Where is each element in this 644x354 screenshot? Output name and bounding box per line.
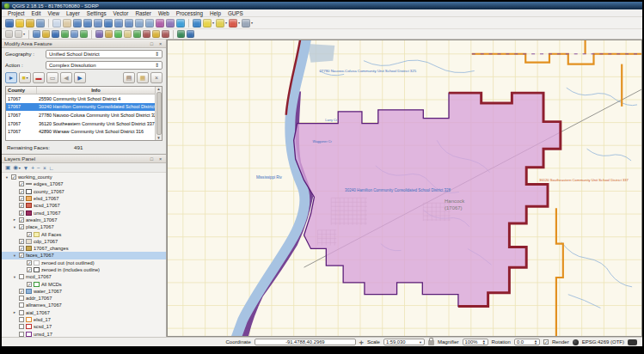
home-extent-icon[interactable] bbox=[124, 30, 132, 38]
column-info[interactable]: Info bbox=[37, 87, 155, 94]
layer-checkbox[interactable] bbox=[19, 317, 24, 322]
identify-icon[interactable] bbox=[193, 19, 201, 27]
export-icon[interactable] bbox=[152, 30, 160, 38]
zoom-next-icon[interactable] bbox=[145, 19, 154, 27]
show-bookmarks-icon[interactable] bbox=[166, 19, 175, 27]
undock-icon[interactable]: □ bbox=[149, 156, 155, 162]
layer-checkbox[interactable]: ✓ bbox=[19, 246, 24, 251]
attributes-button[interactable]: ▦ bbox=[137, 72, 149, 83]
layer-17067-changes[interactable]: ✓17067_changes bbox=[2, 245, 166, 252]
refresh-icon[interactable] bbox=[176, 19, 185, 27]
menu-gups[interactable]: GUPS bbox=[224, 10, 247, 16]
collapse-all-icon[interactable]: − bbox=[37, 165, 40, 171]
menu-help[interactable]: Help bbox=[206, 10, 224, 16]
geocode-icon[interactable] bbox=[177, 30, 185, 38]
manage-themes-icon[interactable]: ◉▾ bbox=[13, 164, 21, 171]
layer-aial-17067[interactable]: ▸aial_17067 bbox=[2, 309, 166, 316]
menu-view[interactable]: View bbox=[44, 10, 63, 16]
select-expression-icon[interactable]: ▾ bbox=[229, 19, 240, 27]
previous-button[interactable]: ◀ bbox=[60, 72, 72, 83]
table-row[interactable]: 1706727780 Nauvoo-Colusa Community Unit … bbox=[6, 111, 155, 119]
layer-checkbox[interactable]: ✓ bbox=[19, 289, 24, 294]
layer-all-mcds[interactable]: ✓All MCDs bbox=[2, 280, 166, 287]
zoom-selection-icon[interactable] bbox=[114, 19, 123, 27]
layer-cdp-17067[interactable]: ✓cdp_17067 bbox=[2, 238, 166, 245]
lock-scale-icon[interactable] bbox=[428, 340, 434, 345]
toggle-editing-icon[interactable] bbox=[42, 30, 50, 38]
open-project-icon[interactable] bbox=[133, 30, 141, 38]
menu-project[interactable]: Project bbox=[4, 10, 28, 16]
zoom-in-icon[interactable] bbox=[73, 19, 82, 27]
scroll-up-icon[interactable]: ▲ bbox=[156, 87, 160, 91]
select-features-icon[interactable]: ▾ bbox=[203, 19, 214, 27]
layer-allnames-17067[interactable]: allnames_17067 bbox=[2, 302, 166, 308]
scroll-thumb[interactable] bbox=[156, 92, 162, 135]
expander-icon[interactable]: ▸ bbox=[12, 217, 17, 222]
layer-water-17067[interactable]: ✓water_17067 bbox=[2, 288, 166, 295]
deselect-features-icon[interactable]: ▾ bbox=[216, 19, 227, 27]
messages-icon[interactable] bbox=[628, 339, 637, 345]
layer-unsd-17067[interactable]: ✓unsd_17067 bbox=[2, 209, 166, 216]
layer-unsd-17[interactable]: unsd_17 bbox=[2, 331, 166, 337]
menu-settings[interactable]: Settings bbox=[83, 10, 110, 16]
layer-scsd-17[interactable]: scsd_17 bbox=[2, 323, 166, 330]
mouse-position-icon[interactable]: ✛ bbox=[359, 339, 364, 345]
table-row[interactable]: 1706725590 Community Unit School Distric… bbox=[6, 95, 155, 103]
menu-vector[interactable]: Vector bbox=[110, 10, 132, 16]
remove-layer-icon[interactable]: × bbox=[43, 165, 46, 171]
move-feature-icon[interactable] bbox=[71, 30, 78, 38]
select-arrow-icon[interactable] bbox=[5, 30, 13, 38]
layer-faces-17067[interactable]: ▾✓faces_17067 bbox=[2, 252, 166, 259]
node-tool-icon[interactable] bbox=[80, 30, 88, 38]
spinner-icon[interactable]: ▲▼ bbox=[534, 339, 537, 345]
layer-checkbox[interactable] bbox=[19, 324, 24, 329]
next-button[interactable]: ▶ bbox=[74, 72, 86, 83]
scale-select[interactable]: 1:59,030 ▼ bbox=[383, 339, 425, 345]
pan-hand-icon[interactable] bbox=[63, 19, 71, 27]
world-map-icon[interactable] bbox=[187, 30, 194, 38]
layer-checkbox[interactable] bbox=[19, 296, 24, 301]
address-review-icon[interactable] bbox=[105, 30, 113, 38]
expander-icon[interactable]: ▸ bbox=[12, 310, 17, 314]
measure-icon[interactable]: ▾ bbox=[242, 19, 253, 27]
unset-button[interactable]: ▭ bbox=[46, 72, 58, 83]
zoom-full-icon[interactable] bbox=[104, 19, 113, 27]
layer-all-faces[interactable]: ✓All Faces bbox=[2, 230, 166, 237]
layer-checkbox[interactable]: ✓ bbox=[27, 267, 32, 272]
close-tool-button[interactable]: × bbox=[150, 72, 163, 83]
menu-layer[interactable]: Layer bbox=[63, 10, 83, 16]
layer-checkbox[interactable]: ✓ bbox=[19, 181, 24, 186]
coordinate-input[interactable]: -91.4788,40.2969 bbox=[255, 339, 356, 345]
table-row[interactable]: 1706742890 Warsaw Community Unit School … bbox=[6, 127, 155, 136]
layer-county-17067[interactable]: ✓county_17067 bbox=[2, 188, 166, 195]
zoom-out-icon[interactable] bbox=[83, 19, 92, 27]
crs-label[interactable]: EPSG:4269 (OTF) bbox=[582, 339, 624, 345]
action-select[interactable]: Complex Dissolution ⇕ bbox=[46, 61, 163, 70]
table-header[interactable]: County Info bbox=[6, 87, 155, 95]
layer-checkbox[interactable]: ✓ bbox=[19, 196, 24, 201]
map-canvas[interactable]: 27780 Nauvoo-Colusa Community Unit Schoo… bbox=[167, 40, 642, 337]
zoom-layer-icon[interactable] bbox=[125, 19, 133, 27]
layer-checkbox[interactable]: ✓ bbox=[19, 203, 24, 208]
add-group-icon[interactable]: ▣ bbox=[5, 164, 10, 171]
exit-module-icon[interactable] bbox=[162, 30, 169, 38]
geography-select[interactable]: Unified School District ⇕ bbox=[46, 50, 163, 58]
expander-icon[interactable]: ▾ bbox=[12, 225, 17, 229]
menu-processing[interactable]: Processing bbox=[173, 10, 206, 16]
new-bookmark-icon[interactable] bbox=[156, 19, 164, 27]
layer-checkbox[interactable]: ✓ bbox=[19, 239, 24, 244]
rotation-input[interactable]: 0.0 ▲▼ bbox=[514, 339, 540, 345]
expander-icon[interactable]: ▾ bbox=[12, 275, 17, 279]
layer-checkbox[interactable] bbox=[19, 274, 24, 279]
summary-button[interactable]: ▤ bbox=[123, 72, 135, 83]
layer-checkbox[interactable]: ✓ bbox=[27, 282, 32, 287]
layer-checkbox[interactable] bbox=[19, 332, 24, 337]
layer-edges-17067[interactable]: ✓edges_17067 bbox=[2, 180, 166, 187]
layer-checkbox[interactable]: ✓ bbox=[11, 174, 16, 180]
expander-icon[interactable]: ▾ bbox=[12, 253, 17, 258]
undock-icon[interactable]: □ bbox=[149, 41, 155, 46]
crs-globe-icon[interactable] bbox=[573, 339, 579, 345]
column-county[interactable]: County bbox=[6, 87, 37, 94]
layer-checkbox[interactable]: ✓ bbox=[27, 232, 32, 237]
snapping-options-icon[interactable]: ▾ bbox=[15, 30, 25, 38]
